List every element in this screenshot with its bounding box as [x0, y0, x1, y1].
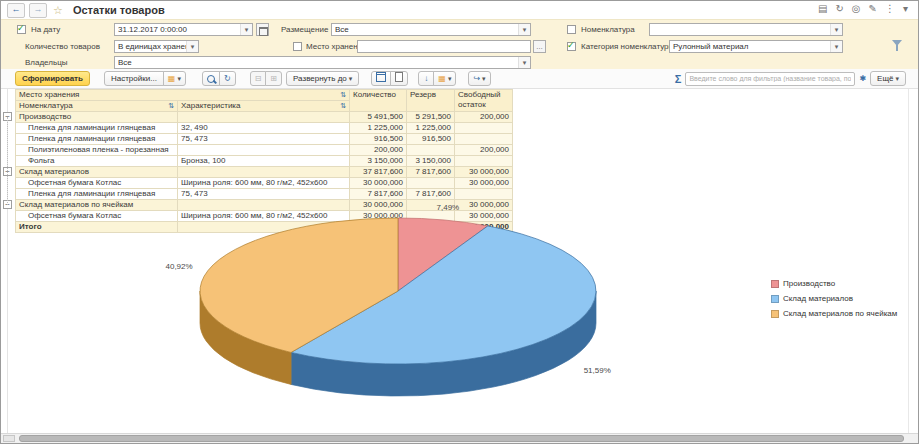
table-cell[interactable] [178, 145, 350, 156]
table-cell[interactable]: 7 817,600 [407, 189, 455, 200]
header-storage[interactable]: Место хранения⇅ [16, 90, 350, 101]
table-cell[interactable]: 7 817,600 [407, 167, 455, 178]
table-cell[interactable]: 75, 473 [178, 189, 350, 200]
owners-field[interactable]: Все▾ [114, 56, 531, 69]
find-button[interactable] [202, 71, 220, 86]
category-field[interactable]: Рулонный материал▾ [669, 40, 843, 53]
placement-dropdown-icon[interactable]: ▾ [518, 24, 530, 35]
category-checkbox[interactable]: ✓ [567, 42, 576, 51]
table-cell[interactable] [455, 189, 513, 200]
table-cell[interactable] [455, 123, 513, 134]
table-cell[interactable] [455, 156, 513, 167]
table-cell[interactable] [178, 167, 350, 178]
date-calendar-button[interactable] [256, 23, 269, 36]
table-cell[interactable]: Пленка для ламинации глянцевая [16, 189, 178, 200]
table-cell[interactable]: Офсетная бумага Котлас [16, 178, 178, 189]
table-cell[interactable]: 75, 473 [178, 134, 350, 145]
search-icon[interactable]: ◎ [852, 3, 861, 14]
scrollbar-thumb[interactable] [19, 435, 904, 442]
header-free[interactable]: Свободный остаток [455, 90, 513, 112]
nomenclature-dropdown-icon[interactable]: ▾ [830, 24, 842, 35]
date-field[interactable]: 31.12.2017 0:00:00▾ [114, 23, 253, 36]
save-button[interactable]: ↓ [418, 71, 434, 86]
qty-units-field[interactable]: В единицах хранения▾ [114, 40, 199, 53]
send-button[interactable]: ↪▾ [468, 71, 490, 86]
table-cell[interactable]: 200,000 [455, 145, 513, 156]
category-dropdown-icon[interactable]: ▾ [830, 41, 842, 52]
table-cell[interactable]: Пленка для ламинации глянцевая [16, 123, 178, 134]
menu-icon[interactable]: ⋮ [885, 3, 895, 14]
table-cell[interactable] [407, 178, 455, 189]
table-cell[interactable]: Производство [16, 112, 178, 123]
preview-button[interactable] [390, 71, 408, 86]
table-cell[interactable]: 3 150,000 [407, 156, 455, 167]
placement-field[interactable]: Все▾ [331, 23, 531, 36]
storage-place-select-button[interactable]: … [533, 40, 546, 53]
table-row[interactable]: ФольгаБронза, 1003 150,0003 150,000 [16, 156, 513, 167]
table-group-row[interactable]: Склад материалов37 817,6007 817,60030 00… [16, 167, 513, 178]
header-nomenclature[interactable]: Номенклатура⇅ [16, 101, 178, 112]
more-button[interactable]: Ещё▾ [870, 71, 906, 86]
sort-icon[interactable]: ⇅ [340, 90, 346, 100]
table-cell[interactable]: 5 291,500 [407, 112, 455, 123]
edit-icon[interactable]: ✎ [869, 3, 877, 14]
favorite-icon[interactable]: ☆ [53, 4, 63, 17]
filter-search-input[interactable] [685, 72, 855, 86]
table-cell[interactable]: 5 491,500 [350, 112, 407, 123]
header-quantity[interactable]: Количество [350, 90, 407, 112]
report-variant-button[interactable]: ▦▾ [163, 71, 186, 86]
table-cell[interactable]: Пленка для ламинации глянцевая [16, 134, 178, 145]
table-cell[interactable]: 30 000,000 [455, 167, 513, 178]
settings-button[interactable]: Настройки... [104, 71, 164, 86]
table-row[interactable]: Пленка для ламинации глянцевая75, 473916… [16, 134, 513, 145]
table-cell[interactable]: 30 000,000 [350, 178, 407, 189]
table-cell[interactable]: Ширина роля: 600 мм, 80 г/м2, 452х600 [178, 178, 350, 189]
table-cell[interactable]: Полиэтиленовая пленка - порезанная [16, 145, 178, 156]
table-cell[interactable]: 916,500 [350, 134, 407, 145]
chart-type-button[interactable]: ▦▾ [433, 71, 456, 86]
table-row[interactable]: Пленка для ламинации глянцевая32, 4901 2… [16, 123, 513, 134]
expand-groups-button[interactable]: ⊞ [265, 71, 282, 86]
table-cell[interactable]: Склад материалов [16, 167, 178, 178]
print-button[interactable] [371, 71, 391, 86]
table-row[interactable]: Полиэтиленовая пленка - порезанная200,00… [16, 145, 513, 156]
table-cell[interactable]: 37 817,600 [350, 167, 407, 178]
table-cell[interactable]: 916,500 [407, 134, 455, 145]
table-row[interactable]: Офсетная бумага КотласШирина роля: 600 м… [16, 178, 513, 189]
table-cell[interactable] [178, 112, 350, 123]
forward-button[interactable]: → [29, 3, 47, 18]
horizontal-scrollbar[interactable] [1, 433, 918, 443]
table-cell[interactable]: 3 150,000 [350, 156, 407, 167]
nomenclature-field[interactable]: ▾ [649, 23, 843, 36]
expand-to-button[interactable]: Развернуть до▾ [286, 71, 359, 86]
storage-place-field[interactable] [357, 40, 531, 53]
table-row[interactable]: Пленка для ламинации глянцевая75, 4737 8… [16, 189, 513, 200]
collapse-groups-button[interactable]: ⊟ [250, 71, 267, 86]
filter-funnel-icon[interactable] [892, 40, 902, 46]
header-reserve[interactable]: Резерв [407, 90, 455, 112]
table-group-row[interactable]: Производство5 491,5005 291,500200,000 [16, 112, 513, 123]
generate-button[interactable]: Сформировать [15, 71, 90, 86]
owners-dropdown-icon[interactable]: ▾ [518, 57, 530, 68]
table-cell[interactable]: 7 817,600 [350, 189, 407, 200]
table-cell[interactable]: 1 225,000 [407, 123, 455, 134]
qty-units-dropdown-icon[interactable]: ▾ [186, 41, 198, 52]
table-cell[interactable]: Фольга [16, 156, 178, 167]
back-button[interactable]: ← [7, 3, 25, 18]
cancel-search-button[interactable]: ↻ [219, 71, 236, 86]
refresh-icon[interactable]: ↻ [835, 3, 843, 14]
sort-icon[interactable]: ⇅ [168, 101, 174, 111]
date-dropdown-icon[interactable]: ▾ [240, 24, 252, 35]
table-cell[interactable]: 1 225,000 [350, 123, 407, 134]
sort-icon[interactable]: ⇅ [340, 101, 346, 111]
table-cell[interactable] [455, 134, 513, 145]
storage-place-checkbox[interactable] [293, 42, 302, 51]
panels-icon[interactable]: ▤ [818, 3, 827, 14]
table-cell[interactable]: 200,000 [455, 112, 513, 123]
scroll-left-stepper[interactable] [3, 435, 15, 442]
header-characteristic[interactable]: Характеристика⇅ [178, 101, 350, 112]
table-cell[interactable] [407, 145, 455, 156]
on-date-checkbox[interactable]: ✓ [17, 25, 26, 34]
table-cell[interactable]: 30 000,000 [455, 178, 513, 189]
table-cell[interactable]: Бронза, 100 [178, 156, 350, 167]
